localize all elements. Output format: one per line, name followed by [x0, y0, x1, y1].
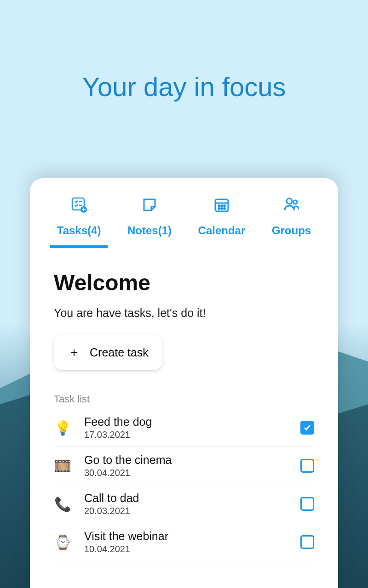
watch-icon: ⌚ — [54, 534, 71, 550]
welcome-subtitle: You are have tasks, let's do it! — [54, 306, 314, 320]
task-date: 17.03.2021 — [84, 430, 288, 440]
task-date: 20.03.2021 — [84, 506, 288, 516]
svg-point-13 — [221, 205, 222, 207]
task-checkbox[interactable] — [300, 497, 314, 511]
task-checkbox[interactable] — [300, 421, 314, 435]
svg-point-17 — [224, 208, 225, 209]
tab-label: Notes(1) — [127, 224, 172, 237]
task-title: Go to the cinema — [84, 453, 288, 467]
svg-point-12 — [218, 205, 219, 207]
groups-icon — [282, 196, 301, 214]
main-card: Tasks(4) Notes(1) — [30, 178, 338, 588]
create-task-label: Create task — [90, 346, 149, 359]
notes-icon — [140, 196, 159, 214]
svg-line-2 — [76, 201, 78, 203]
task-list-label: Task list — [54, 393, 314, 405]
task-row[interactable]: ⌚ Visit the webinar 10.04.2021 — [54, 523, 314, 561]
phone-icon: 📞 — [54, 496, 71, 512]
task-date: 30.04.2021 — [84, 468, 288, 478]
plus-icon: ＋ — [68, 344, 80, 361]
svg-point-15 — [218, 208, 219, 209]
tasks-icon — [70, 196, 88, 214]
tab-calendar[interactable]: Calendar — [194, 196, 250, 243]
tab-groups[interactable]: Groups — [267, 196, 316, 243]
tab-bar: Tasks(4) Notes(1) — [30, 196, 338, 243]
svg-point-14 — [224, 205, 225, 207]
task-checkbox[interactable] — [300, 535, 314, 549]
task-title: Call to dad — [84, 492, 288, 505]
welcome-title: Welcome — [54, 270, 314, 295]
task-row[interactable]: 🎞️ Go to the cinema 30.04.2021 — [54, 447, 314, 485]
svg-point-18 — [287, 198, 292, 204]
hero-title: Your day in focus — [0, 0, 368, 102]
tab-label: Tasks(4) — [57, 224, 101, 237]
task-title: Feed the dog — [84, 415, 288, 429]
tab-label: Groups — [272, 224, 311, 237]
task-date: 10.04.2021 — [84, 544, 288, 554]
task-checkbox[interactable] — [300, 459, 314, 473]
tab-notes[interactable]: Notes(1) — [123, 196, 176, 243]
lightbulb-icon: 💡 — [54, 420, 71, 436]
create-task-button[interactable]: ＋ Create task — [54, 334, 162, 370]
task-title: Visit the webinar — [84, 530, 288, 543]
film-icon: 🎞️ — [54, 458, 71, 474]
svg-line-5 — [76, 204, 78, 206]
task-row[interactable]: 📞 Call to dad 20.03.2021 — [54, 485, 314, 523]
calendar-icon — [213, 196, 231, 214]
svg-point-19 — [293, 200, 297, 204]
tab-label: Calendar — [198, 224, 246, 237]
task-row[interactable]: 💡 Feed the dog 17.03.2021 — [54, 409, 314, 447]
tab-tasks[interactable]: Tasks(4) — [52, 196, 106, 243]
svg-point-16 — [221, 208, 222, 209]
